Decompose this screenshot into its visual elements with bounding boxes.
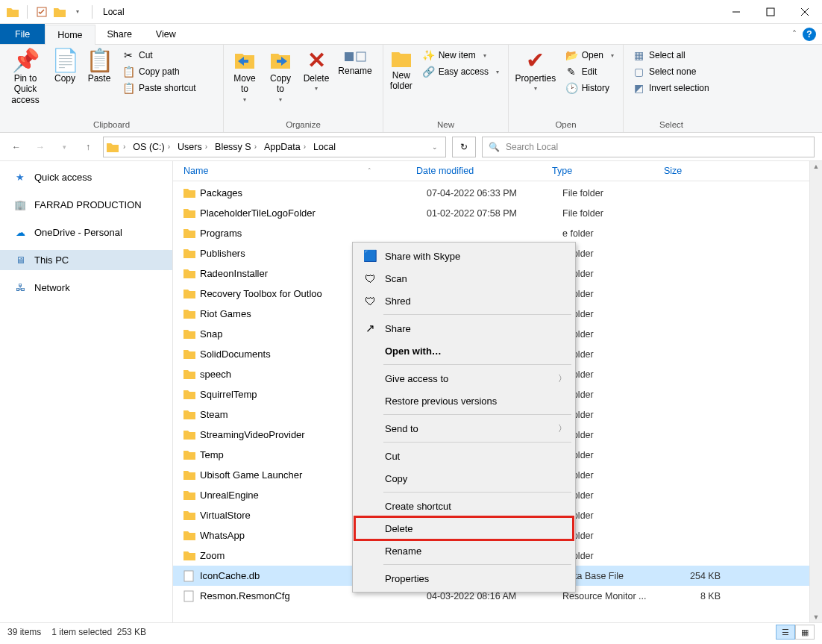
copy-button[interactable]: 📄 Copy	[49, 46, 81, 87]
navbar: ← → ▾ ↑ › OS (C:)› Users› Blessy S› AppD…	[0, 133, 822, 161]
menu-item-properties[interactable]: Properties	[355, 567, 573, 590]
maximize-button[interactable]	[753, 0, 788, 24]
scroll-up-icon[interactable]: ▲	[813, 163, 820, 170]
address-dropdown-icon[interactable]: ⌄	[432, 143, 442, 151]
up-button[interactable]: ↑	[79, 138, 97, 156]
col-name[interactable]: Name˄	[173, 166, 416, 176]
file-type: e folder	[562, 248, 674, 259]
large-icons-view-button[interactable]: ▦	[795, 625, 815, 640]
open-button[interactable]: 📂Open▾	[562, 48, 617, 63]
menu-item-send-to[interactable]: Send to〉	[355, 417, 573, 440]
select-none-button[interactable]: ▢Select none	[630, 64, 712, 79]
close-button[interactable]	[788, 0, 822, 24]
delete-button[interactable]: ✕ Delete▾	[300, 46, 333, 96]
properties-button[interactable]: ✔ Properties▾	[513, 46, 558, 96]
folder-icon	[183, 470, 200, 480]
new-folder-button[interactable]: New folder	[388, 46, 415, 95]
menu-item-give-access-to[interactable]: Give access to〉	[355, 367, 573, 390]
breadcrumb-item[interactable]: Local	[310, 142, 339, 152]
pin-to-quick-access-button[interactable]: 📌 Pin to Quick access	[4, 46, 46, 108]
tab-view[interactable]: View	[144, 24, 188, 44]
copy-to-button[interactable]: Copy to▾	[264, 46, 297, 106]
menu-item-open-with-[interactable]: Open with…	[355, 340, 573, 362]
file-icon	[183, 570, 200, 582]
search-icon: 🔍	[489, 142, 500, 152]
svg-rect-2	[767, 8, 774, 16]
copy-path-button[interactable]: 📋Copy path	[119, 64, 199, 79]
refresh-button[interactable]: ↻	[452, 137, 476, 157]
status-bar: 39 items 1 item selected 253 KB ☰ ▦	[0, 622, 822, 641]
history-button[interactable]: 🕑History	[562, 81, 617, 96]
minimize-button[interactable]	[719, 0, 753, 24]
menu-label: Share with Skype	[385, 251, 460, 262]
menu-item-delete[interactable]: Delete	[355, 517, 573, 540]
qat-properties-icon[interactable]	[34, 4, 50, 20]
menu-item-create-shortcut[interactable]: Create shortcut	[355, 495, 573, 517]
menu-label: Scan	[385, 273, 407, 284]
easy-access-button[interactable]: 🔗Easy access▾	[419, 64, 502, 79]
scroll-down-icon[interactable]: ▼	[813, 613, 820, 621]
move-to-button[interactable]: Move to▾	[228, 46, 261, 106]
help-icon[interactable]: ?	[803, 28, 816, 41]
file-row[interactable]: PlaceholderTileLogoFolder01-02-2022 07:5…	[173, 203, 809, 223]
details-view-button[interactable]: ☰	[776, 625, 795, 640]
tab-home[interactable]: Home	[45, 25, 95, 45]
chevron-down-icon[interactable]: ▾	[69, 4, 86, 20]
new-item-button[interactable]: ✨New item▾	[419, 48, 502, 63]
sidebar-item-onedrive[interactable]: ☁OneDrive - Personal	[0, 222, 172, 243]
select-all-button[interactable]: ▦Select all	[630, 48, 712, 63]
forward-button[interactable]: →	[31, 138, 49, 156]
qat-dropdown-icon[interactable]	[51, 4, 68, 20]
menu-item-copy[interactable]: Copy	[355, 467, 573, 490]
breadcrumb-item[interactable]: Blessy S›	[212, 142, 260, 152]
breadcrumb-item[interactable]: Users›	[175, 142, 210, 152]
ribbon-group-organize: Move to▾ Copy to▾ ✕ Delete▾ Rename Organ…	[224, 45, 383, 132]
file-row[interactable]: Packages07-04-2022 06:33 PMFile folder	[173, 183, 809, 203]
search-box[interactable]: 🔍 Search Local	[482, 137, 815, 157]
tab-share[interactable]: Share	[95, 24, 144, 44]
vertical-scrollbar[interactable]: ▲ ▼	[809, 161, 822, 622]
menu-item-scan[interactable]: 🛡Scan	[355, 267, 573, 290]
cut-button[interactable]: ✂Cut	[119, 48, 199, 63]
menu-item-share[interactable]: ↗Share	[355, 317, 573, 340]
rename-icon	[344, 49, 366, 64]
invert-icon: ◩	[633, 82, 644, 94]
menu-label: Shred	[385, 296, 411, 307]
collapse-ribbon-icon[interactable]: ˄	[792, 29, 797, 40]
group-label: Organize	[228, 119, 378, 132]
separator	[27, 5, 28, 19]
menu-item-rename[interactable]: Rename	[355, 540, 573, 562]
col-date[interactable]: Date modified	[416, 166, 552, 176]
menu-item-shred[interactable]: 🛡Shred	[355, 290, 573, 312]
ribbon-group-clipboard: 📌 Pin to Quick access 📄 Copy 📋 Paste ✂Cu…	[0, 45, 224, 132]
sort-icon: ˄	[368, 167, 371, 175]
menu-separator	[383, 442, 571, 443]
edit-button[interactable]: ✎Edit	[562, 64, 617, 79]
breadcrumb-item[interactable]: AppData›	[261, 142, 309, 152]
breadcrumb-item[interactable]: OS (C:)›	[130, 142, 173, 152]
recent-locations-icon[interactable]: ▾	[55, 138, 73, 156]
menu-separator	[383, 492, 571, 493]
invert-selection-button[interactable]: ◩Invert selection	[630, 81, 712, 96]
menu-item-cut[interactable]: Cut	[355, 445, 573, 467]
sidebar-item-this-pc[interactable]: 🖥This PC	[0, 250, 172, 270]
cut-icon: ✂	[122, 49, 134, 61]
col-size[interactable]: Size	[664, 166, 724, 176]
address-bar[interactable]: › OS (C:)› Users› Blessy S› AppData› Loc…	[103, 137, 446, 157]
col-type[interactable]: Type	[552, 166, 664, 176]
sidebar-item-quick-access[interactable]: ★Quick access	[0, 167, 172, 187]
menu-item-restore-previous-versions[interactable]: Restore previous versions	[355, 390, 573, 412]
svg-rect-8	[184, 591, 193, 601]
menu-item-share-with-skype[interactable]: 🟦Share with Skype	[355, 245, 573, 267]
back-button[interactable]: ←	[7, 138, 25, 156]
copy-path-icon: 📋	[122, 66, 134, 78]
paste-button[interactable]: 📋 Paste	[84, 46, 115, 87]
folder-icon	[183, 188, 200, 198]
file-row[interactable]: Programse folder	[173, 223, 809, 243]
sidebar-item-farrad[interactable]: 🏢FARRAD PRODUCTION	[0, 195, 172, 215]
tab-file[interactable]: File	[0, 24, 45, 44]
crumb-chevron[interactable]: ›	[120, 143, 128, 151]
paste-shortcut-button[interactable]: 📋Paste shortcut	[119, 81, 199, 96]
rename-button[interactable]: Rename	[336, 46, 374, 79]
sidebar-item-network[interactable]: 🖧Network	[0, 278, 172, 298]
